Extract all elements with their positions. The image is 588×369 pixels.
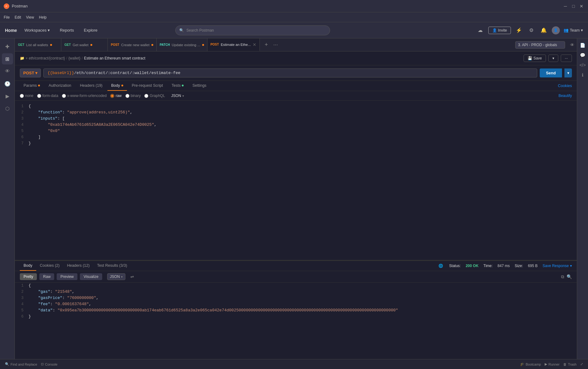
body-type-formdata[interactable]: form-data xyxy=(37,94,58,98)
breadcrumb-wallet[interactable]: {wallet} xyxy=(68,56,81,60)
code-line-1: 1 { xyxy=(15,103,577,109)
nav-home[interactable]: Home xyxy=(5,28,17,33)
resp-tab-test-results[interactable]: Test Results (3/3) xyxy=(93,261,131,271)
close-button[interactable]: ✕ xyxy=(579,3,584,9)
resp-icons: ⧉ 🔍 xyxy=(561,274,572,279)
trash-btn[interactable]: 🗑 Trash xyxy=(563,362,577,366)
tab-get-wallet[interactable]: GET Get wallet xyxy=(61,38,108,51)
body-type-binary[interactable]: binary xyxy=(125,94,141,98)
resp-copy-btn[interactable]: ⧉ xyxy=(561,274,564,279)
env-selector[interactable]: 3. API - PROD - globals xyxy=(515,41,565,49)
body-type-bar: none form-data x-www-form-urlencoded raw xyxy=(15,91,577,101)
url-bar: POST ▾ {{baseUrl}}/eth/contract/:contrac… xyxy=(15,65,577,81)
menu-view[interactable]: View xyxy=(26,15,34,20)
resp-preview-btn[interactable]: Preview xyxy=(57,273,77,280)
right-info-icon[interactable]: ℹ xyxy=(578,71,587,79)
view-docs-btn[interactable]: 👁 xyxy=(568,38,577,51)
resp-tab-body[interactable]: Body xyxy=(20,261,36,271)
tab-params[interactable]: Params xyxy=(20,81,44,91)
sidebar-api[interactable]: ⬡ xyxy=(2,103,13,114)
save-response-button[interactable]: Save Response ▾ xyxy=(542,264,572,268)
resp-tab-cookies[interactable]: Cookies (2) xyxy=(36,261,63,271)
expand-btn[interactable]: ⤢ xyxy=(580,362,583,366)
avatar[interactable]: 👤 xyxy=(552,26,560,34)
tab-prerequest[interactable]: Pre-request Script xyxy=(128,81,167,91)
window-controls[interactable]: ─ □ ✕ xyxy=(563,3,584,9)
resp-raw-btn[interactable]: Raw xyxy=(39,273,54,280)
interceptor-icon[interactable]: ⚡ xyxy=(515,26,523,35)
settings-icon[interactable]: ⚙ xyxy=(527,26,536,35)
console-btn[interactable]: ⊡ Console xyxy=(41,362,57,366)
body-type-urlencoded[interactable]: x-www-form-urlencoded xyxy=(62,94,107,98)
resp-tab-headers[interactable]: Headers (12) xyxy=(63,261,93,271)
tab-tests[interactable]: Tests xyxy=(168,81,187,91)
right-comments-icon[interactable]: 💬 xyxy=(578,51,587,59)
tab-authorization[interactable]: Authorization xyxy=(45,81,75,91)
maximize-button[interactable]: □ xyxy=(571,3,576,9)
tabs-area: GET List all wallets GET Get wallet POST… xyxy=(15,38,577,359)
tab-headers[interactable]: Headers (19) xyxy=(76,81,106,91)
minimize-button[interactable]: ─ xyxy=(563,3,568,9)
nav-explore[interactable]: Explore xyxy=(81,27,100,34)
add-tab-button[interactable]: + xyxy=(262,41,270,49)
nav-reports[interactable]: Reports xyxy=(57,27,76,34)
find-replace-btn[interactable]: 🔍 Find and Replace xyxy=(5,362,37,366)
resp-wrap-btn[interactable]: ⇌ xyxy=(128,273,137,280)
resp-search-btn[interactable]: 🔍 xyxy=(567,274,572,279)
team-button[interactable]: 👥 Team ▾ xyxy=(564,28,583,33)
more-btn[interactable]: ··· xyxy=(561,55,572,62)
breadcrumb-current: Estimate an Ethereum smart contract xyxy=(84,56,145,60)
resp-pretty-btn[interactable]: Pretty xyxy=(20,273,37,280)
tab-estimate-eth[interactable]: POST Estimate an Ethe... ✕ xyxy=(207,38,260,51)
resp-visualize-btn[interactable]: Visualize xyxy=(80,273,102,280)
invite-button[interactable]: 👤 Invite xyxy=(488,27,511,34)
tab-settings[interactable]: Settings xyxy=(189,81,210,91)
right-code-icon[interactable]: </> xyxy=(578,61,587,69)
right-docs-icon[interactable]: 📄 xyxy=(578,41,587,50)
body-type-none[interactable]: none xyxy=(20,94,33,98)
svg-text:P: P xyxy=(6,5,7,8)
resp-json-select[interactable]: JSON ▾ xyxy=(107,273,125,280)
sidebar-environments[interactable]: 👁 xyxy=(2,66,13,77)
runner-btn[interactable]: ▶ Runner xyxy=(545,362,560,366)
cookies-link[interactable]: Cookies xyxy=(558,84,572,88)
sidebar-new[interactable]: ✚ xyxy=(2,41,13,52)
breadcrumb-contract[interactable]: eth/contract/{contract} xyxy=(29,56,65,60)
sidebar-runner[interactable]: ▶ xyxy=(2,90,13,102)
tab-dot xyxy=(90,44,92,46)
more-tabs-button[interactable]: ··· xyxy=(272,41,280,49)
bootcamp-btn[interactable]: 🎓 Bootcamp xyxy=(520,362,541,366)
app-name: Postman xyxy=(12,4,28,8)
menu-file[interactable]: File xyxy=(4,15,10,20)
sidebar-history[interactable]: 🕐 xyxy=(2,78,13,89)
tab-close-btn[interactable]: ✕ xyxy=(253,42,256,47)
send-button[interactable]: Send xyxy=(540,68,562,77)
save-arrow-btn[interactable]: ▾ xyxy=(548,55,558,62)
notifications-icon[interactable]: 🔔 xyxy=(539,26,548,35)
method-select[interactable]: POST ▾ xyxy=(20,68,41,77)
menu-help[interactable]: Help xyxy=(39,15,47,20)
tab-body[interactable]: Body xyxy=(107,81,127,91)
response-body[interactable]: 1 { 2 "gas": "21548", 3 "gasPrice": "760… xyxy=(15,283,577,359)
tab-create-wallet[interactable]: POST Create new wallet xyxy=(108,38,157,51)
send-dropdown-button[interactable]: ▾ xyxy=(564,68,572,77)
save-button[interactable]: 💾 Save xyxy=(524,55,546,62)
statusbar: 🔍 Find and Replace ⊡ Console 🎓 Bootcamp … xyxy=(0,359,588,369)
body-type-raw[interactable]: raw xyxy=(110,94,121,98)
beautify-button[interactable]: Beautify xyxy=(559,94,572,98)
menu-edit[interactable]: Edit xyxy=(15,15,21,20)
search-bar[interactable]: 🔍 Search Postman xyxy=(175,25,330,35)
tab-list-wallets[interactable]: GET List all wallets xyxy=(15,38,61,51)
tab-update-wallet[interactable]: PATCH Update existing ... xyxy=(157,38,207,51)
tab-label: List all wallets xyxy=(26,43,48,47)
search-icon-statusbar: 🔍 xyxy=(5,362,9,366)
request-body-code[interactable]: 1 { 2 "function": "approve(address,uint2… xyxy=(15,101,577,260)
request-body-editor: 1 { 2 "function": "approve(address,uint2… xyxy=(15,101,577,260)
sidebar-collections[interactable]: ⊞ xyxy=(2,53,13,64)
url-input[interactable]: {{baseUrl}}/eth/contract/:contract/:wall… xyxy=(43,68,537,77)
env-area: 3. API - PROD - globals xyxy=(513,38,568,51)
sync-icon[interactable]: ☁ xyxy=(476,26,485,35)
body-type-graphql[interactable]: GraphQL xyxy=(144,94,165,98)
format-selector[interactable]: JSON ▾ xyxy=(171,94,184,98)
nav-workspaces[interactable]: Workspaces ▾ xyxy=(22,27,52,34)
